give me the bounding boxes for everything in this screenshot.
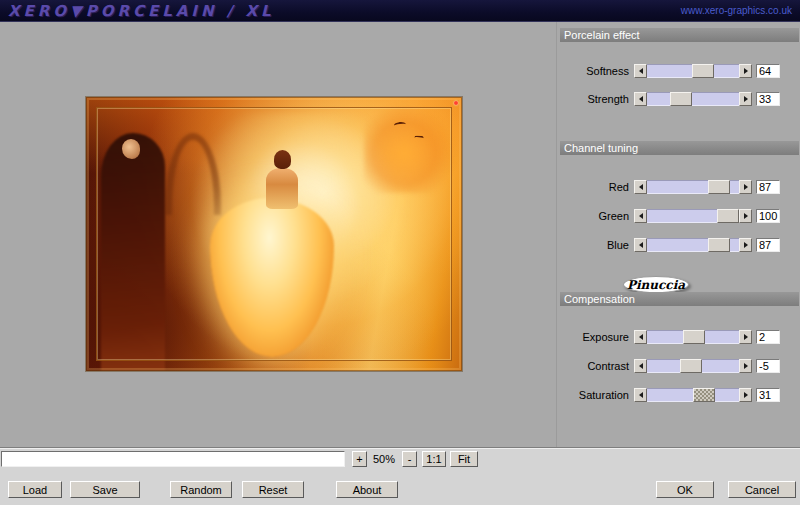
red-label: Red <box>561 180 629 194</box>
softness-value[interactable]: 64 <box>756 64 780 78</box>
slider-left-arrow[interactable] <box>634 388 647 402</box>
softness-label: Softness <box>561 64 629 78</box>
slider-left-arrow[interactable] <box>634 92 647 106</box>
exposure-slider[interactable] <box>634 330 752 344</box>
status-input[interactable] <box>1 451 345 467</box>
slider-right-arrow[interactable] <box>739 209 752 223</box>
slider-thumb[interactable] <box>670 92 692 106</box>
left-arrow-icon <box>639 68 643 74</box>
pinuccia-watermark: Pinuccia <box>623 276 689 293</box>
red-row: Red 87 <box>561 179 797 194</box>
zoom-actual-button[interactable]: 1:1 <box>422 451 446 467</box>
contrast-label: Contrast <box>561 359 629 373</box>
slider-track[interactable] <box>647 64 739 78</box>
right-arrow-icon <box>744 363 748 369</box>
load-button[interactable]: Load <box>8 481 62 498</box>
reset-button[interactable]: Reset <box>242 481 304 498</box>
about-button[interactable]: About <box>336 481 398 498</box>
slider-left-arrow[interactable] <box>634 209 647 223</box>
left-arrow-icon <box>639 334 643 340</box>
slider-thumb[interactable] <box>683 330 705 344</box>
slider-right-arrow[interactable] <box>739 359 752 373</box>
slider-thumb[interactable] <box>708 180 730 194</box>
slider-track[interactable] <box>647 180 739 194</box>
left-arrow-icon <box>639 363 643 369</box>
strength-slider[interactable] <box>634 92 752 106</box>
saturation-value[interactable]: 31 <box>756 388 780 402</box>
left-arrow-icon <box>639 184 643 190</box>
contrast-row: Contrast -5 <box>561 358 797 373</box>
plugin-window: { "header": { "logo": "XERO▼PORCELAIN / … <box>0 0 800 505</box>
slider-track[interactable] <box>647 330 739 344</box>
softness-slider[interactable] <box>634 64 752 78</box>
strength-value[interactable]: 33 <box>756 92 780 106</box>
right-arrow-icon <box>744 242 748 248</box>
contrast-slider[interactable] <box>634 359 752 373</box>
right-arrow-icon <box>744 96 748 102</box>
softness-row: Softness 64 <box>561 63 797 78</box>
left-arrow-icon <box>639 96 643 102</box>
strength-row: Strength 33 <box>561 91 797 106</box>
exposure-row: Exposure 2 <box>561 329 797 344</box>
app-logo: XERO▼PORCELAIN / XL <box>8 2 275 20</box>
slider-right-arrow[interactable] <box>739 180 752 194</box>
panel-header-channel-tuning: Channel tuning <box>560 141 799 155</box>
right-arrow-icon <box>744 184 748 190</box>
slider-right-arrow[interactable] <box>739 238 752 252</box>
slider-left-arrow[interactable] <box>634 330 647 344</box>
controls-panel: Porcelain effect Softness 64 Strength 33… <box>556 22 800 447</box>
slider-left-arrow[interactable] <box>634 64 647 78</box>
right-arrow-icon <box>744 68 748 74</box>
blue-value[interactable]: 87 <box>756 238 780 252</box>
slider-thumb[interactable] <box>692 64 714 78</box>
saturation-label: Saturation <box>561 388 629 402</box>
blue-slider[interactable] <box>634 238 752 252</box>
slider-thumb[interactable] <box>708 238 730 252</box>
title-bar: XERO▼PORCELAIN / XL www.xero-graphics.co… <box>0 0 800 22</box>
zoom-in-button[interactable]: + <box>352 451 367 467</box>
slider-track[interactable] <box>647 92 739 106</box>
red-slider[interactable] <box>634 180 752 194</box>
slider-thumb[interactable] <box>717 209 739 223</box>
saturation-slider[interactable] <box>634 388 752 402</box>
slider-right-arrow[interactable] <box>739 330 752 344</box>
right-arrow-icon <box>744 213 748 219</box>
bottom-bar: + 50% - 1:1 Fit Load Save Random Reset A… <box>0 447 800 505</box>
green-value[interactable]: 100 <box>756 209 780 223</box>
blue-row: Blue 87 <box>561 237 797 252</box>
artwork-signature-dot <box>454 101 458 105</box>
slider-thumb[interactable] <box>680 359 702 373</box>
zoom-fit-button[interactable]: Fit <box>450 451 478 467</box>
slider-track[interactable] <box>647 209 739 223</box>
slider-thumb[interactable] <box>693 388 715 402</box>
preview-image[interactable] <box>86 97 462 371</box>
slider-left-arrow[interactable] <box>634 359 647 373</box>
saturation-row: Saturation 31 <box>561 387 797 402</box>
blue-label: Blue <box>561 238 629 252</box>
random-button[interactable]: Random <box>170 481 232 498</box>
slider-right-arrow[interactable] <box>739 388 752 402</box>
green-slider[interactable] <box>634 209 752 223</box>
ok-button[interactable]: OK <box>656 481 714 498</box>
slider-right-arrow[interactable] <box>739 64 752 78</box>
contrast-value[interactable]: -5 <box>756 359 780 373</box>
slider-left-arrow[interactable] <box>634 180 647 194</box>
save-button[interactable]: Save <box>70 481 140 498</box>
exposure-value[interactable]: 2 <box>756 330 780 344</box>
right-arrow-icon <box>744 392 748 398</box>
exposure-label: Exposure <box>561 330 629 344</box>
strength-label: Strength <box>561 92 629 106</box>
green-label: Green <box>561 209 629 223</box>
cancel-button[interactable]: Cancel <box>728 481 796 498</box>
panel-header-porcelain-effect: Porcelain effect <box>560 28 799 42</box>
slider-right-arrow[interactable] <box>739 92 752 106</box>
green-row: Green 100 <box>561 208 797 223</box>
slider-track[interactable] <box>647 238 739 252</box>
slider-track[interactable] <box>647 388 739 402</box>
website-link[interactable]: www.xero-graphics.co.uk <box>681 5 792 16</box>
slider-left-arrow[interactable] <box>634 238 647 252</box>
panel-header-compensation: Compensation <box>560 292 799 306</box>
slider-track[interactable] <box>647 359 739 373</box>
zoom-out-button[interactable]: - <box>402 451 417 467</box>
red-value[interactable]: 87 <box>756 180 780 194</box>
